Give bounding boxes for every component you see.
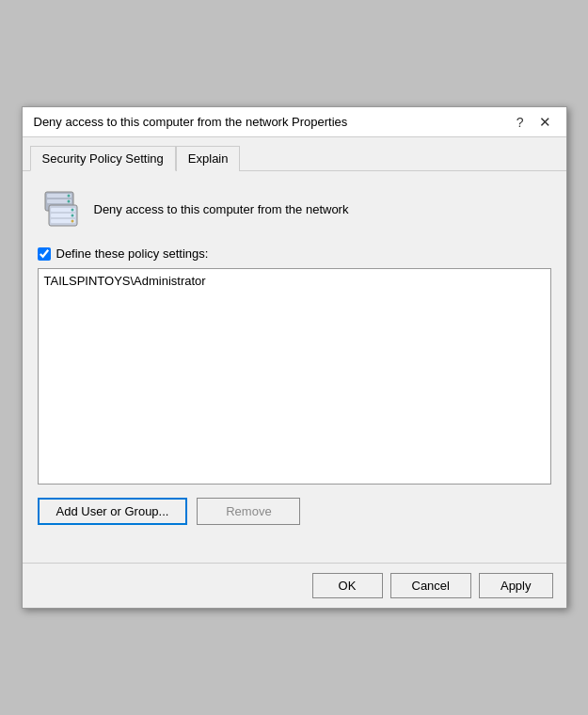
window-title: Deny access to this computer from the ne… (34, 115, 348, 129)
content-area: Deny access to this computer from the ne… (23, 171, 566, 563)
tab-bar: Security Policy Setting Explain (23, 137, 566, 171)
action-buttons: Add User or Group... Remove (38, 498, 551, 525)
svg-point-9 (71, 209, 73, 212)
define-policy-checkbox[interactable] (38, 247, 51, 261)
svg-point-10 (71, 214, 73, 217)
apply-button[interactable]: Apply (479, 573, 553, 598)
add-user-or-group-button[interactable]: Add User or Group... (38, 498, 188, 525)
define-policy-label: Define these policy settings: (56, 246, 209, 261)
dialog-window: Deny access to this computer from the ne… (22, 106, 567, 609)
policy-header: Deny access to this computer from the ne… (38, 186, 551, 231)
list-item: TAILSPINTOYS\Administrator (42, 273, 547, 289)
help-button[interactable]: ? (513, 116, 528, 129)
policy-description: Deny access to this computer from the ne… (94, 202, 349, 216)
bottom-bar: OK Cancel Apply (23, 563, 566, 608)
svg-point-4 (67, 200, 70, 203)
define-policy-checkbox-row: Define these policy settings: (38, 246, 551, 261)
close-button[interactable]: ✕ (535, 115, 555, 129)
server-icon (38, 186, 83, 231)
tab-security-policy-setting[interactable]: Security Policy Setting (30, 146, 176, 171)
ok-button[interactable]: OK (312, 573, 383, 598)
title-bar-controls: ? ✕ (513, 115, 555, 129)
policy-listbox[interactable]: TAILSPINTOYS\Administrator (38, 268, 551, 485)
tab-explain[interactable]: Explain (176, 146, 241, 171)
svg-point-11 (71, 220, 73, 223)
svg-point-3 (67, 195, 70, 198)
remove-button[interactable]: Remove (197, 498, 300, 525)
title-bar: Deny access to this computer from the ne… (23, 107, 566, 137)
cancel-button[interactable]: Cancel (390, 573, 471, 598)
